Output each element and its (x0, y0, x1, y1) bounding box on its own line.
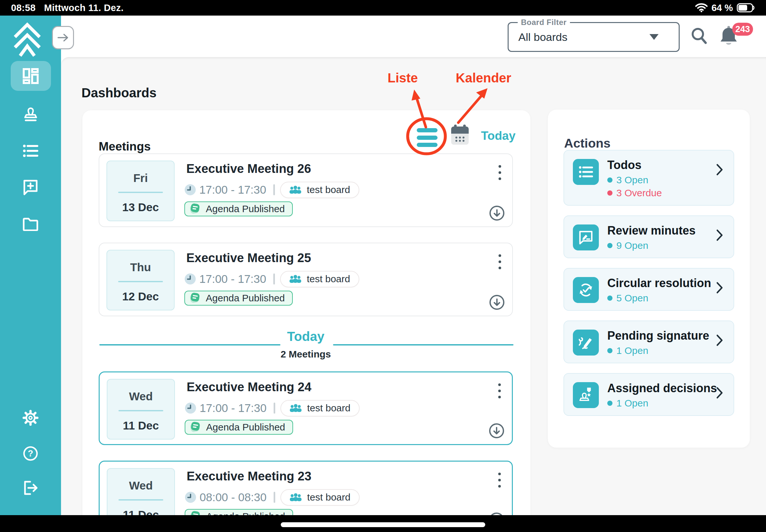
board-filter-dropdown[interactable]: Board Filter All boards (508, 22, 680, 52)
search-button[interactable] (690, 27, 708, 47)
home-indicator[interactable] (281, 522, 485, 527)
sidebar-item-logout[interactable] (0, 480, 61, 496)
people-icon (289, 404, 302, 413)
expand-sidebar-button[interactable] (52, 26, 74, 49)
expand-meeting-button[interactable] (489, 423, 505, 440)
date-box-divider (118, 192, 163, 193)
expand-meeting-button[interactable] (489, 205, 505, 223)
expand-meeting-button[interactable] (489, 294, 505, 312)
action-stat: 3 Open (607, 175, 734, 186)
clock-icon (185, 491, 196, 503)
meeting-title: Executive Meeting 25 (186, 251, 311, 265)
board-filter-value: All boards (518, 31, 567, 43)
page-title: Dashboards (81, 86, 156, 100)
action-item[interactable]: Pending signature 1 Open (564, 320, 734, 363)
meeting-card[interactable]: Wed 11 Dec Executive Meeting 24 17:00 - … (99, 371, 513, 445)
action-stats: 1 Open (607, 398, 734, 409)
board-pill[interactable]: test board (280, 400, 359, 417)
folder-icon (22, 217, 39, 231)
stamp-icon (22, 106, 39, 122)
today-button[interactable]: Today (481, 129, 516, 143)
status-text: 3 Open (616, 175, 648, 186)
action-stat: 1 Open (607, 345, 734, 356)
arrow-down-circle-icon (489, 205, 505, 221)
sidebar-item-decisions[interactable] (0, 106, 61, 122)
meeting-day: Wed (107, 390, 174, 403)
sidebar-item-dashboard[interactable] (0, 67, 61, 84)
meeting-date-box: Thu 12 Dec (106, 250, 175, 310)
chevron-right-icon (716, 387, 723, 400)
action-stats: 3 Open 3 Overdue (607, 175, 734, 199)
arrow-right-icon (57, 33, 69, 42)
meeting-meta-row: 17:00 - 17:30 test board (184, 182, 359, 198)
chat-plus-icon (22, 179, 39, 196)
action-stats: 9 Open (607, 240, 734, 251)
action-stat: 9 Open (607, 240, 734, 251)
gear-icon (22, 410, 39, 426)
top-header: Board Filter All boards 243 (61, 16, 766, 57)
action-stats: 5 Open (607, 293, 734, 304)
pending-signature-icon (573, 330, 599, 356)
sidebar-item-new-request[interactable] (0, 179, 61, 196)
status-dot (607, 177, 613, 183)
actions-title: Actions (564, 136, 611, 151)
status-dot (607, 401, 613, 406)
meeting-title: Executive Meeting 24 (187, 380, 311, 394)
arrow-down-circle-icon (489, 294, 505, 310)
date-box-divider (118, 410, 163, 411)
meeting-title: Executive Meeting 26 (186, 162, 311, 176)
status-dot (607, 190, 613, 196)
status-bar: 08:58 Mittwoch 11. Dez. 64 % (0, 0, 766, 16)
meetings-title: Meetings (99, 140, 151, 153)
meeting-time: 17:00 - 17:30 (200, 402, 266, 415)
sidebar: ? (0, 16, 61, 515)
sidebar-item-settings[interactable] (0, 410, 61, 426)
agenda-status-badge: Agenda Published (184, 291, 293, 306)
action-item[interactable]: Review minutes 9 Open (564, 215, 734, 258)
meta-separator (273, 273, 275, 284)
action-label: Circular resolution (607, 276, 734, 290)
svg-text:?: ? (28, 449, 33, 458)
action-item[interactable]: Circular resolution 5 Open (564, 268, 734, 311)
today-divider-label: Today (99, 329, 513, 344)
action-label: Review minutes (607, 224, 734, 237)
calendar-icon (451, 125, 469, 145)
status-text: 1 Open (616, 398, 648, 409)
battery-icon (737, 3, 755, 12)
actions-list: Todos 3 Open 3 Overdue Review minutes 9 … (564, 150, 734, 426)
board-pill[interactable]: test board (280, 182, 359, 198)
action-label: Pending signature (607, 329, 734, 343)
board-pill[interactable]: test board (280, 271, 359, 287)
sidebar-item-todos[interactable] (0, 144, 61, 158)
meta-separator (273, 184, 275, 195)
search-icon (690, 27, 708, 45)
action-item[interactable]: Todos 3 Open 3 Overdue (564, 150, 734, 206)
chevron-right-icon (716, 334, 723, 348)
more-options-button[interactable] (497, 471, 502, 489)
chevron-right-icon (716, 282, 723, 295)
list-view-toggle[interactable] (417, 128, 438, 147)
clock-icon (185, 402, 196, 414)
meeting-card[interactable]: Fri 13 Dec Executive Meeting 26 17:00 - … (99, 153, 513, 227)
todo-list-icon (573, 159, 599, 185)
more-options-button[interactable] (497, 164, 503, 181)
meeting-card[interactable]: Thu 12 Dec Executive Meeting 25 17:00 - … (99, 243, 513, 316)
more-options-button[interactable] (497, 253, 503, 271)
logout-icon (22, 480, 39, 496)
action-stat: 3 Overdue (607, 187, 734, 199)
chevron-right-icon (716, 163, 723, 177)
agenda-status-badge: Agenda Published (185, 420, 293, 435)
battery-percent: 64 % (711, 3, 733, 13)
help-icon: ? (22, 445, 39, 462)
sidebar-item-documents[interactable] (0, 217, 61, 231)
meeting-time: 17:00 - 17:30 (199, 183, 266, 196)
badge-row: Agenda Published (185, 420, 293, 435)
board-name: test board (307, 273, 350, 284)
action-item[interactable]: Assigned decisions 1 Open (564, 373, 734, 416)
people-icon (289, 274, 301, 284)
sidebar-item-help[interactable]: ? (0, 445, 61, 462)
board-pill[interactable]: test board (280, 489, 359, 506)
more-options-button[interactable] (497, 382, 502, 400)
meeting-meta-row: 17:00 - 17:30 test board (184, 271, 359, 287)
calendar-view-toggle[interactable] (451, 125, 469, 147)
